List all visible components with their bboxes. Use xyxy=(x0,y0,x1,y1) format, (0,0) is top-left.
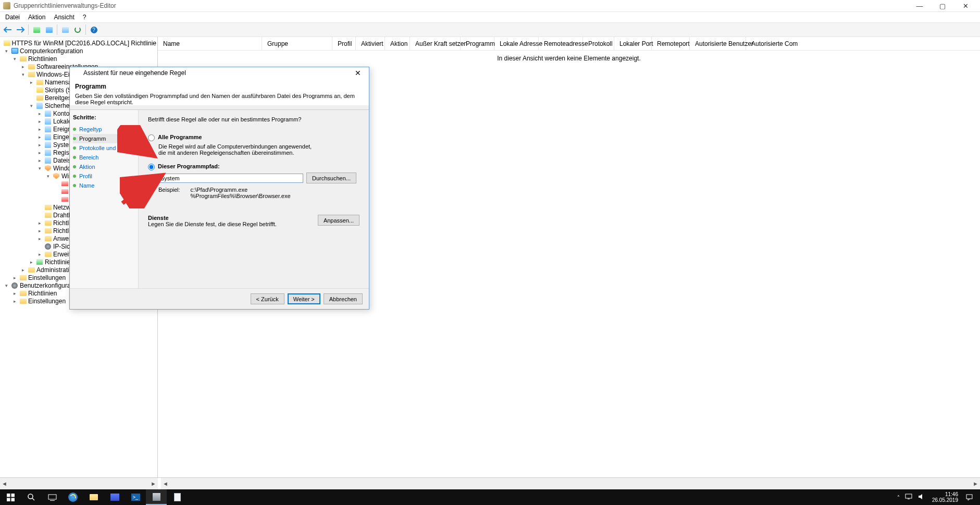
notifications-button[interactable] xyxy=(962,489,976,505)
dialog-header: Programm Geben Sie den vollständigen Pro… xyxy=(70,79,369,105)
svg-point-4 xyxy=(28,494,33,499)
close-button[interactable]: ✕ xyxy=(954,0,977,12)
step-action[interactable]: Aktion xyxy=(73,162,138,171)
search-button[interactable] xyxy=(21,489,42,505)
toolbar-separator xyxy=(57,24,57,35)
tree-root[interactable]: HTTPS für WinRM [DC2016.ADG.LOCAL] Richt… xyxy=(1,39,156,47)
dialog-subtext: Geben Sie den vollständigen Programmpfad… xyxy=(75,93,364,105)
clock-time: 11:46 xyxy=(932,491,958,497)
svg-rect-2 xyxy=(7,498,10,501)
program-path-input[interactable] xyxy=(158,174,303,183)
column-localaddr[interactable]: Lokale Adresse xyxy=(494,37,539,50)
taskbar-notepad[interactable] xyxy=(167,489,188,505)
taskbar-explorer[interactable] xyxy=(83,489,104,505)
window-titlebar: Gruppenrichtlinienverwaltungs-Editor — ▢… xyxy=(0,0,980,12)
tray-up-icon[interactable]: ˄ xyxy=(897,495,900,500)
scrollbar-track[interactable] xyxy=(9,478,149,489)
column-protocol[interactable]: Protokoll xyxy=(583,37,614,50)
step-scope[interactable]: Bereich xyxy=(73,153,138,162)
forward-button[interactable] xyxy=(15,24,26,35)
column-enabled[interactable]: Aktiviert xyxy=(356,37,385,50)
step-ruletype[interactable]: Regeltyp xyxy=(73,125,138,134)
tree-computer-config[interactable]: ▾ Computerkonfiguration xyxy=(1,47,156,55)
svg-rect-8 xyxy=(905,494,912,498)
column-remoteport[interactable]: Remoteport xyxy=(652,37,690,50)
column-profile[interactable]: Profil xyxy=(332,37,356,50)
back-button[interactable] xyxy=(2,24,14,35)
column-name[interactable]: Name xyxy=(158,37,262,50)
tree-policies[interactable]: ▾ Richtlinien xyxy=(1,55,156,63)
dialog-title: Assistent für neue eingehende Regel xyxy=(83,69,350,77)
scroll-right-button[interactable]: ► xyxy=(971,478,980,489)
menubar: Datei Aktion Ansicht ? xyxy=(0,12,980,22)
customize-button[interactable]: Anpassen... xyxy=(318,215,359,226)
svg-rect-3 xyxy=(11,498,15,501)
shield-icon xyxy=(73,69,80,77)
step-protocols[interactable]: Protokolle und Ports xyxy=(73,143,138,153)
taskbar: >_ ˄ 11:46 26.05.2019 xyxy=(0,489,980,505)
svg-rect-1 xyxy=(11,494,15,497)
horizontal-scrollbars: ◄ ► ◄ ► xyxy=(0,478,980,489)
menu-action[interactable]: Aktion xyxy=(24,12,49,22)
taskbar-ie[interactable] xyxy=(63,489,83,505)
taskbar-clock[interactable]: 11:46 26.05.2019 xyxy=(928,491,962,503)
services-heading: Dienste xyxy=(148,215,277,221)
radio-path-label[interactable]: Dieser Programmpfad: xyxy=(158,163,220,169)
scroll-left-button[interactable]: ◄ xyxy=(161,478,170,489)
tray-sound-icon[interactable] xyxy=(917,494,925,501)
browse-button[interactable]: Durchsuchen... xyxy=(306,173,356,183)
radio-program-path[interactable] xyxy=(148,164,155,170)
window-title: Gruppenrichtlinienverwaltungs-Editor xyxy=(14,2,908,9)
export-button[interactable] xyxy=(59,24,71,35)
svg-rect-10 xyxy=(966,495,972,499)
next-button[interactable]: Weiter > xyxy=(288,293,320,304)
taskbar-powershell[interactable]: >_ xyxy=(125,489,146,505)
column-localport[interactable]: Lokaler Port xyxy=(614,37,652,50)
taskview-button[interactable] xyxy=(42,489,63,505)
back-button[interactable]: < Zurück xyxy=(251,293,284,304)
radio-all-programs[interactable] xyxy=(148,134,155,141)
refresh-button[interactable] xyxy=(72,24,83,35)
dialog-close-button[interactable]: ✕ xyxy=(350,67,366,79)
column-action[interactable]: Aktion xyxy=(385,37,410,50)
svg-rect-7 xyxy=(50,500,55,501)
step-name[interactable]: Name xyxy=(73,181,138,190)
scroll-left-button[interactable]: ◄ xyxy=(0,478,9,489)
column-program[interactable]: Programm xyxy=(461,37,494,50)
up-button[interactable] xyxy=(31,24,42,35)
list-empty-message: In dieser Ansicht werden keine Elemente … xyxy=(158,51,980,66)
taskbar-gpedit[interactable] xyxy=(146,489,167,505)
svg-line-5 xyxy=(32,498,34,500)
svg-rect-6 xyxy=(48,495,56,499)
menu-view[interactable]: Ansicht xyxy=(49,12,78,22)
tray-network-icon[interactable] xyxy=(905,494,912,501)
taskbar-servermanager[interactable] xyxy=(104,489,125,505)
step-profile[interactable]: Profil xyxy=(73,171,138,181)
scroll-right-button[interactable]: ► xyxy=(149,478,158,489)
step-program[interactable]: Programm xyxy=(73,134,138,143)
scrollbar-track[interactable] xyxy=(170,478,971,489)
wizard-steps: Schritte: Regeltyp Programm Protokolle u… xyxy=(70,110,139,290)
maximize-button[interactable]: ▢ xyxy=(931,0,954,12)
column-override[interactable]: Außer Kraft setzen xyxy=(410,37,461,50)
start-button[interactable] xyxy=(0,489,21,505)
example-values: c:\Pfad\Programm.exe %ProgramFiles%\Brow… xyxy=(191,187,291,199)
properties-button[interactable] xyxy=(43,24,55,35)
column-authusers[interactable]: Autorisierte Benutzer xyxy=(690,37,746,50)
toolbar-separator xyxy=(28,24,29,35)
radio-all-label[interactable]: Alle Programme xyxy=(158,134,202,140)
system-tray[interactable]: ˄ xyxy=(897,494,928,501)
list-header: Name Gruppe Profil Aktiviert Aktion Auße… xyxy=(158,37,980,51)
svg-rect-9 xyxy=(908,499,910,499)
menu-file[interactable]: Datei xyxy=(1,12,24,22)
column-authcomp[interactable]: Autorisierte Com xyxy=(746,37,980,50)
svg-rect-0 xyxy=(7,494,10,497)
tree-label: Computerkonfiguration xyxy=(20,47,83,55)
help-button[interactable]: ? xyxy=(88,24,100,35)
radio-all-desc: Die Regel wird auf alle Computerverbindu… xyxy=(158,143,315,156)
column-remoteaddr[interactable]: Remoteadresse xyxy=(539,37,583,50)
minimize-button[interactable]: — xyxy=(908,0,931,12)
column-group[interactable]: Gruppe xyxy=(262,37,332,50)
menu-help[interactable]: ? xyxy=(79,12,91,22)
cancel-button[interactable]: Abbrechen xyxy=(324,293,363,304)
